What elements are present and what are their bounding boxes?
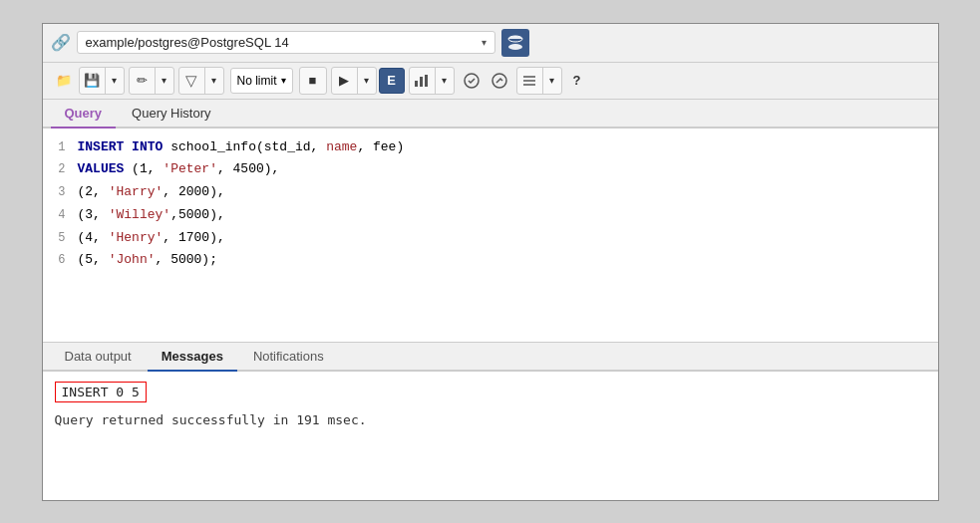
tab-notifications[interactable]: Notifications [239, 343, 338, 372]
open-file-button[interactable]: 📁 [51, 68, 77, 94]
limit-label: No limit [237, 74, 277, 88]
filter-button[interactable]: ▽ [179, 68, 205, 94]
stop-button[interactable]: ■ [300, 68, 326, 94]
commit-button[interactable] [459, 68, 485, 94]
svg-rect-6 [425, 75, 428, 87]
line-num-6: 6 [43, 251, 78, 270]
tab-data-output[interactable]: Data output [51, 343, 146, 372]
help-button[interactable]: ? [564, 68, 590, 94]
connection-icon: 🔗 [51, 33, 71, 52]
edit-group: ✏ ▾ [129, 67, 174, 95]
line-num-5: 5 [43, 229, 78, 248]
rollback-button[interactable] [487, 68, 512, 94]
code-line-2: 2 VALUES (1, 'Peter', 4500), [43, 158, 938, 181]
code-line-6: 6 (5, 'John', 5000); [43, 249, 938, 272]
code-editor[interactable]: 1 INSERT INTO school_info(std_id, name, … [43, 129, 938, 343]
save-chevron[interactable]: ▾ [106, 68, 124, 94]
line-num-1: 1 [43, 138, 78, 157]
line-num-2: 2 [43, 160, 78, 179]
code-content-5: (4, 'Henry', 1700), [78, 228, 938, 249]
connection-bar: 🔗 example/postgres@PostgreSQL 14 ▾ [43, 24, 938, 63]
chart-group: ▾ [409, 67, 455, 95]
chart-chevron[interactable]: ▾ [436, 68, 454, 94]
save-group: 💾 ▾ [79, 67, 125, 95]
result-message: Query returned successfully in 191 msec. [55, 412, 367, 427]
edit-chevron[interactable]: ▾ [156, 68, 173, 94]
tab-messages[interactable]: Messages [148, 343, 237, 372]
tab-query-history[interactable]: Query History [118, 100, 224, 129]
macros-chevron[interactable]: ▾ [543, 68, 561, 94]
filter-group: ▽ ▾ [178, 67, 224, 95]
code-line-4: 4 (3, 'Willey',5000), [43, 204, 938, 227]
save-button[interactable]: 💾 [80, 68, 106, 94]
limit-dropdown[interactable]: No limit ▾ [230, 68, 293, 94]
code-content-4: (3, 'Willey',5000), [78, 205, 938, 226]
code-line-3: 3 (2, 'Harry', 2000), [43, 181, 938, 204]
main-window: 🔗 example/postgres@PostgreSQL 14 ▾ 📁 💾 ▾… [42, 23, 939, 501]
svg-rect-4 [415, 81, 418, 87]
line-num-3: 3 [43, 183, 78, 202]
stop-group: ■ [299, 67, 327, 95]
code-line-5: 5 (4, 'Henry', 1700), [43, 227, 938, 250]
run-chevron[interactable]: ▾ [358, 68, 376, 94]
macros-group: ▾ [516, 67, 562, 95]
line-num-4: 4 [43, 206, 78, 225]
connection-selector[interactable]: example/postgres@PostgreSQL 14 ▾ [77, 31, 495, 54]
toolbar: 📁 💾 ▾ ✏ ▾ ▽ ▾ No limit ▾ ■ ▶ ▾ E [43, 63, 938, 100]
code-content-1: INSERT INTO school_info(std_id, name, fe… [78, 137, 938, 158]
limit-chevron: ▾ [281, 75, 286, 86]
filter-chevron[interactable]: ▾ [205, 68, 223, 94]
tab-query[interactable]: Query [51, 100, 117, 129]
edit-button[interactable]: ✏ [130, 68, 156, 94]
run-button[interactable]: ▶ [332, 68, 358, 94]
run-group: ▶ ▾ [331, 67, 377, 95]
connection-chevron: ▾ [482, 37, 487, 48]
query-tabs: Query Query History [43, 100, 938, 129]
svg-rect-5 [420, 77, 423, 87]
chart-button[interactable] [410, 68, 436, 94]
code-content-6: (5, 'John', 5000); [78, 250, 938, 271]
svg-point-2 [508, 44, 522, 50]
code-line-1: 1 INSERT INTO school_info(std_id, name, … [43, 136, 938, 159]
connection-label: example/postgres@PostgreSQL 14 [86, 35, 474, 50]
result-tabs: Data output Messages Notifications [43, 343, 938, 372]
code-content-2: VALUES (1, 'Peter', 4500), [78, 159, 938, 180]
db-icon [501, 29, 529, 57]
result-badge: INSERT 0 5 [55, 382, 147, 402]
explain-button[interactable]: E [379, 68, 405, 94]
code-content-3: (2, 'Harry', 2000), [78, 182, 938, 203]
macros-button[interactable] [517, 68, 543, 94]
result-area: INSERT 0 5 Query returned successfully i… [43, 372, 938, 500]
